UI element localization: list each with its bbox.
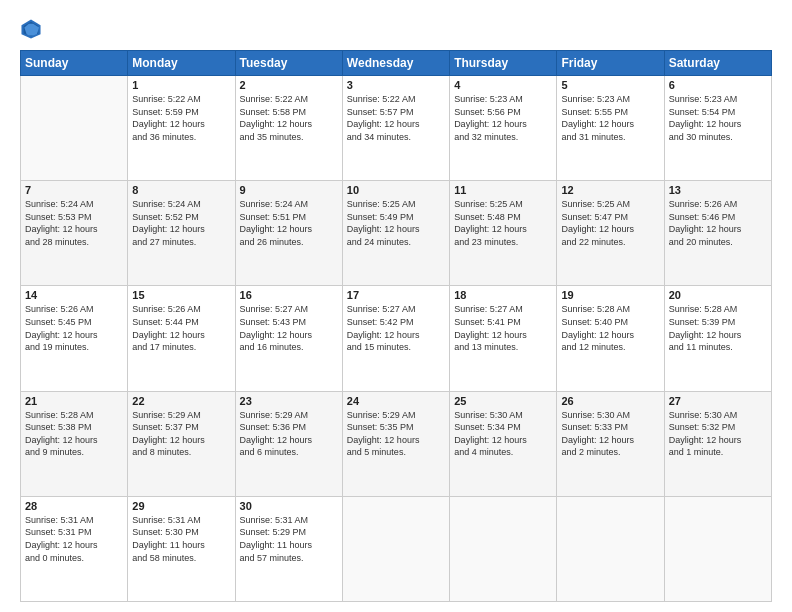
calendar-cell: 6Sunrise: 5:23 AM Sunset: 5:54 PM Daylig… <box>664 76 771 181</box>
day-number: 10 <box>347 184 445 196</box>
day-info: Sunrise: 5:31 AM Sunset: 5:29 PM Dayligh… <box>240 514 338 564</box>
day-number: 26 <box>561 395 659 407</box>
day-number: 19 <box>561 289 659 301</box>
day-info: Sunrise: 5:31 AM Sunset: 5:30 PM Dayligh… <box>132 514 230 564</box>
calendar-cell: 19Sunrise: 5:28 AM Sunset: 5:40 PM Dayli… <box>557 286 664 391</box>
day-number: 17 <box>347 289 445 301</box>
day-number: 28 <box>25 500 123 512</box>
day-info: Sunrise: 5:25 AM Sunset: 5:47 PM Dayligh… <box>561 198 659 248</box>
day-number: 1 <box>132 79 230 91</box>
calendar-cell: 1Sunrise: 5:22 AM Sunset: 5:59 PM Daylig… <box>128 76 235 181</box>
day-header-wednesday: Wednesday <box>342 51 449 76</box>
day-info: Sunrise: 5:27 AM Sunset: 5:43 PM Dayligh… <box>240 303 338 353</box>
calendar-cell: 5Sunrise: 5:23 AM Sunset: 5:55 PM Daylig… <box>557 76 664 181</box>
day-number: 27 <box>669 395 767 407</box>
day-info: Sunrise: 5:23 AM Sunset: 5:54 PM Dayligh… <box>669 93 767 143</box>
day-number: 16 <box>240 289 338 301</box>
day-info: Sunrise: 5:25 AM Sunset: 5:49 PM Dayligh… <box>347 198 445 248</box>
page: SundayMondayTuesdayWednesdayThursdayFrid… <box>0 0 792 612</box>
day-number: 23 <box>240 395 338 407</box>
calendar-cell <box>21 76 128 181</box>
day-header-thursday: Thursday <box>450 51 557 76</box>
day-header-saturday: Saturday <box>664 51 771 76</box>
day-number: 13 <box>669 184 767 196</box>
day-info: Sunrise: 5:30 AM Sunset: 5:34 PM Dayligh… <box>454 409 552 459</box>
day-number: 15 <box>132 289 230 301</box>
day-info: Sunrise: 5:24 AM Sunset: 5:51 PM Dayligh… <box>240 198 338 248</box>
day-number: 29 <box>132 500 230 512</box>
day-number: 14 <box>25 289 123 301</box>
calendar-cell: 24Sunrise: 5:29 AM Sunset: 5:35 PM Dayli… <box>342 391 449 496</box>
calendar-week-row: 1Sunrise: 5:22 AM Sunset: 5:59 PM Daylig… <box>21 76 772 181</box>
calendar-week-row: 14Sunrise: 5:26 AM Sunset: 5:45 PM Dayli… <box>21 286 772 391</box>
calendar-week-row: 7Sunrise: 5:24 AM Sunset: 5:53 PM Daylig… <box>21 181 772 286</box>
calendar-cell: 28Sunrise: 5:31 AM Sunset: 5:31 PM Dayli… <box>21 496 128 601</box>
calendar-cell: 20Sunrise: 5:28 AM Sunset: 5:39 PM Dayli… <box>664 286 771 391</box>
day-number: 12 <box>561 184 659 196</box>
day-info: Sunrise: 5:28 AM Sunset: 5:39 PM Dayligh… <box>669 303 767 353</box>
day-info: Sunrise: 5:29 AM Sunset: 5:35 PM Dayligh… <box>347 409 445 459</box>
calendar-week-row: 21Sunrise: 5:28 AM Sunset: 5:38 PM Dayli… <box>21 391 772 496</box>
calendar-cell <box>664 496 771 601</box>
calendar-cell: 27Sunrise: 5:30 AM Sunset: 5:32 PM Dayli… <box>664 391 771 496</box>
day-number: 20 <box>669 289 767 301</box>
calendar-cell: 16Sunrise: 5:27 AM Sunset: 5:43 PM Dayli… <box>235 286 342 391</box>
day-number: 8 <box>132 184 230 196</box>
day-number: 21 <box>25 395 123 407</box>
day-info: Sunrise: 5:29 AM Sunset: 5:37 PM Dayligh… <box>132 409 230 459</box>
day-info: Sunrise: 5:30 AM Sunset: 5:32 PM Dayligh… <box>669 409 767 459</box>
day-info: Sunrise: 5:24 AM Sunset: 5:52 PM Dayligh… <box>132 198 230 248</box>
calendar-cell: 9Sunrise: 5:24 AM Sunset: 5:51 PM Daylig… <box>235 181 342 286</box>
day-info: Sunrise: 5:28 AM Sunset: 5:40 PM Dayligh… <box>561 303 659 353</box>
day-info: Sunrise: 5:29 AM Sunset: 5:36 PM Dayligh… <box>240 409 338 459</box>
calendar-table: SundayMondayTuesdayWednesdayThursdayFrid… <box>20 50 772 602</box>
calendar-header-row: SundayMondayTuesdayWednesdayThursdayFrid… <box>21 51 772 76</box>
day-info: Sunrise: 5:22 AM Sunset: 5:59 PM Dayligh… <box>132 93 230 143</box>
day-number: 4 <box>454 79 552 91</box>
header <box>20 18 772 40</box>
day-number: 11 <box>454 184 552 196</box>
day-info: Sunrise: 5:22 AM Sunset: 5:57 PM Dayligh… <box>347 93 445 143</box>
day-number: 25 <box>454 395 552 407</box>
day-info: Sunrise: 5:26 AM Sunset: 5:44 PM Dayligh… <box>132 303 230 353</box>
day-info: Sunrise: 5:26 AM Sunset: 5:46 PM Dayligh… <box>669 198 767 248</box>
calendar-cell: 13Sunrise: 5:26 AM Sunset: 5:46 PM Dayli… <box>664 181 771 286</box>
day-info: Sunrise: 5:23 AM Sunset: 5:55 PM Dayligh… <box>561 93 659 143</box>
calendar-cell: 21Sunrise: 5:28 AM Sunset: 5:38 PM Dayli… <box>21 391 128 496</box>
day-header-tuesday: Tuesday <box>235 51 342 76</box>
logo <box>20 18 46 40</box>
day-info: Sunrise: 5:24 AM Sunset: 5:53 PM Dayligh… <box>25 198 123 248</box>
calendar-cell <box>450 496 557 601</box>
logo-icon <box>20 18 42 40</box>
day-info: Sunrise: 5:25 AM Sunset: 5:48 PM Dayligh… <box>454 198 552 248</box>
calendar-cell: 17Sunrise: 5:27 AM Sunset: 5:42 PM Dayli… <box>342 286 449 391</box>
day-number: 7 <box>25 184 123 196</box>
calendar-cell <box>342 496 449 601</box>
day-info: Sunrise: 5:27 AM Sunset: 5:41 PM Dayligh… <box>454 303 552 353</box>
calendar-cell: 23Sunrise: 5:29 AM Sunset: 5:36 PM Dayli… <box>235 391 342 496</box>
day-header-monday: Monday <box>128 51 235 76</box>
calendar-cell: 18Sunrise: 5:27 AM Sunset: 5:41 PM Dayli… <box>450 286 557 391</box>
calendar-cell: 14Sunrise: 5:26 AM Sunset: 5:45 PM Dayli… <box>21 286 128 391</box>
day-number: 24 <box>347 395 445 407</box>
day-info: Sunrise: 5:28 AM Sunset: 5:38 PM Dayligh… <box>25 409 123 459</box>
calendar-cell <box>557 496 664 601</box>
day-header-friday: Friday <box>557 51 664 76</box>
day-number: 9 <box>240 184 338 196</box>
calendar-cell: 15Sunrise: 5:26 AM Sunset: 5:44 PM Dayli… <box>128 286 235 391</box>
calendar-cell: 25Sunrise: 5:30 AM Sunset: 5:34 PM Dayli… <box>450 391 557 496</box>
calendar-week-row: 28Sunrise: 5:31 AM Sunset: 5:31 PM Dayli… <box>21 496 772 601</box>
calendar-cell: 7Sunrise: 5:24 AM Sunset: 5:53 PM Daylig… <box>21 181 128 286</box>
day-number: 5 <box>561 79 659 91</box>
calendar-cell: 22Sunrise: 5:29 AM Sunset: 5:37 PM Dayli… <box>128 391 235 496</box>
day-number: 30 <box>240 500 338 512</box>
day-info: Sunrise: 5:30 AM Sunset: 5:33 PM Dayligh… <box>561 409 659 459</box>
calendar-cell: 4Sunrise: 5:23 AM Sunset: 5:56 PM Daylig… <box>450 76 557 181</box>
calendar-cell: 10Sunrise: 5:25 AM Sunset: 5:49 PM Dayli… <box>342 181 449 286</box>
day-header-sunday: Sunday <box>21 51 128 76</box>
day-info: Sunrise: 5:22 AM Sunset: 5:58 PM Dayligh… <box>240 93 338 143</box>
calendar-cell: 11Sunrise: 5:25 AM Sunset: 5:48 PM Dayli… <box>450 181 557 286</box>
day-number: 6 <box>669 79 767 91</box>
calendar-cell: 30Sunrise: 5:31 AM Sunset: 5:29 PM Dayli… <box>235 496 342 601</box>
calendar-cell: 12Sunrise: 5:25 AM Sunset: 5:47 PM Dayli… <box>557 181 664 286</box>
